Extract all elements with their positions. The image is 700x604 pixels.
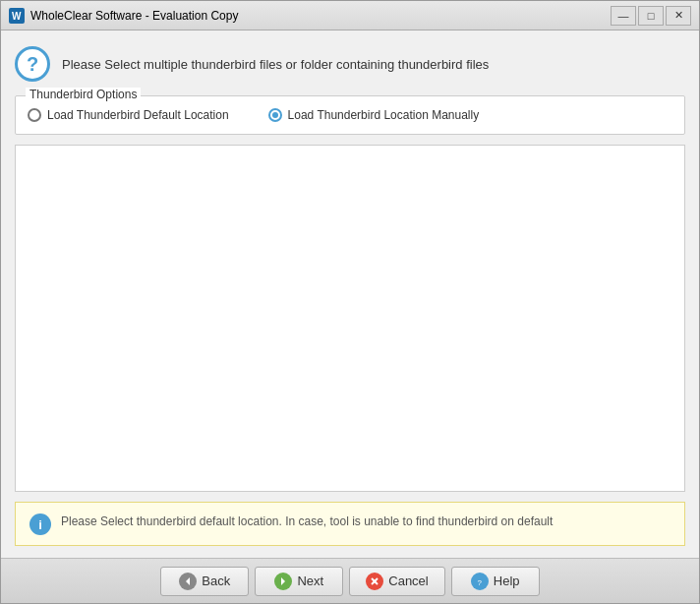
svg-marker-3 — [281, 577, 285, 585]
radio-circle-manual — [268, 108, 282, 122]
bottom-nav-bar: Back Next Cancel ? Help — [1, 558, 699, 603]
back-icon — [179, 573, 197, 590]
svg-text:?: ? — [477, 578, 482, 586]
radio-circle-default — [28, 108, 41, 122]
file-list-area[interactable] — [15, 145, 685, 492]
next-button[interactable]: Next — [255, 567, 343, 596]
cancel-icon — [366, 573, 383, 590]
title-bar: W WholeClear Software - Evaluation Copy … — [1, 1, 699, 30]
help-icon: ? — [471, 573, 489, 590]
radio-options-row: Load Thunderbird Default Location Load T… — [28, 104, 672, 122]
header-row: ? Please Select multiple thunderbird fil… — [15, 42, 685, 86]
radio-default-label: Load Thunderbird Default Location — [47, 108, 229, 122]
minimize-button[interactable]: — — [611, 6, 636, 26]
back-button[interactable]: Back — [160, 567, 249, 596]
header-description: Please Select multiple thunderbird files… — [62, 57, 489, 72]
cancel-button-label: Cancel — [388, 574, 428, 588]
info-icon: i — [29, 513, 51, 535]
svg-marker-2 — [186, 577, 190, 585]
window-title: WholeClear Software - Evaluation Copy — [30, 9, 611, 23]
window-controls: — □ ✕ — [611, 6, 691, 26]
back-button-label: Back — [202, 574, 230, 588]
app-icon: W — [9, 8, 25, 24]
thunderbird-options-group: Thunderbird Options Load Thunderbird Def… — [15, 95, 685, 135]
help-button-label: Help — [494, 574, 520, 588]
maximize-button[interactable]: □ — [638, 6, 664, 26]
radio-manual-location[interactable]: Load Thunderbird Location Manually — [268, 108, 480, 122]
close-button[interactable]: ✕ — [666, 6, 691, 26]
next-icon — [274, 573, 292, 590]
radio-manual-label: Load Thunderbird Location Manually — [288, 108, 480, 122]
main-window: W WholeClear Software - Evaluation Copy … — [0, 0, 700, 604]
cancel-button[interactable]: Cancel — [349, 567, 444, 596]
info-message: Please Select thunderbird default locati… — [61, 513, 553, 530]
next-button-label: Next — [297, 574, 323, 588]
main-content: ? Please Select multiple thunderbird fil… — [1, 30, 699, 558]
svg-text:W: W — [12, 11, 22, 22]
help-button[interactable]: ? Help — [451, 567, 540, 596]
info-box: i Please Select thunderbird default loca… — [15, 502, 685, 546]
info-circle-icon: ? — [15, 46, 50, 82]
options-group-label: Thunderbird Options — [26, 88, 141, 101]
radio-default-location[interactable]: Load Thunderbird Default Location — [28, 108, 229, 122]
